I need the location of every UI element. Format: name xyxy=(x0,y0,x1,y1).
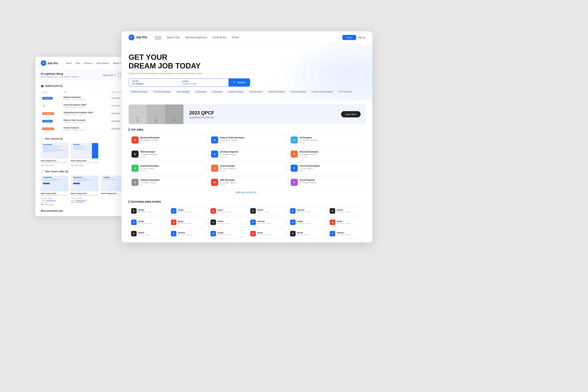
learn-more-button[interactable]: Learn More xyxy=(341,111,361,118)
user-info: Hi Lightman Wang lightman@gmail.com 0478… xyxy=(41,72,79,78)
employer-card[interactable]: D Deloitte China · Beijing xyxy=(208,217,246,227)
employer-card[interactable]: G Google Australia · Sydney xyxy=(168,206,206,216)
employer-card[interactable]: A Atlassian Australia · Sydney xyxy=(327,229,365,238)
cover-edit-2[interactable]: Edit xyxy=(75,202,78,203)
job-company: Baidu xyxy=(300,170,320,172)
job-info: ReactJS Developer Australia · Brisbane J… xyxy=(300,150,318,158)
tag-chip[interactable]: Web Developer xyxy=(247,90,265,94)
job-card[interactable]: A DevOpes Engineer Australia · Brisbane … xyxy=(208,148,286,160)
cover-view-2[interactable]: View xyxy=(71,202,74,203)
tag-chip[interactable]: DevOpes Engineer xyxy=(288,90,309,94)
job-logo: U xyxy=(291,136,298,144)
cover-delete-1[interactable]: Delete xyxy=(49,204,53,206)
tag-chip[interactable]: Software Developer xyxy=(128,90,150,94)
employer-card[interactable]: Q Qantas Australia · Sydney xyxy=(248,229,286,238)
nav-interview[interactable]: Interview Experience xyxy=(186,36,207,39)
job-card[interactable]: R ReactJS Developer Australia · Brisbane… xyxy=(288,148,365,160)
left-nav-products[interactable]: Products xyxy=(84,62,92,64)
job-card[interactable]: W Web Developer Australia · Sydney Qanta… xyxy=(208,176,286,188)
employer-card[interactable]: A Atlassian Australia · Sydney xyxy=(248,217,286,227)
more-jobs-link[interactable]: 3400 jobs on Job Pin → xyxy=(128,188,365,196)
cover-edit-1[interactable]: Edit xyxy=(45,204,48,206)
job-info: Ruby on Rails Developer Singapore · Sydn… xyxy=(220,136,244,144)
employer-info: Google Australia · Sydney xyxy=(218,232,232,236)
employer-card[interactable]: A Atlassian Australia · Sydney xyxy=(168,229,206,238)
tag-chip[interactable]: Front End Developer xyxy=(151,90,173,94)
resume-edit-2[interactable]: Edit xyxy=(75,164,78,166)
tag-chip[interactable]: Android Developer xyxy=(226,90,246,94)
job-title-cell[interactable]: Front-end Engineer 150K+ Australia · Bri… xyxy=(62,102,110,110)
employer-logo: G xyxy=(131,220,136,225)
job-title-cell[interactable]: Backend Developer Singapore · Punggol · … xyxy=(62,94,110,102)
employer-card[interactable]: A Atlassian Australia · Sydney xyxy=(288,206,326,216)
right-nav-right: Log in Sign up xyxy=(342,35,365,40)
login-button[interactable]: Log in xyxy=(342,35,356,40)
nav-events[interactable]: Events xyxy=(232,36,239,39)
employer-logo: D xyxy=(250,208,256,214)
employer-card[interactable]: D Deloitte China · Beijing xyxy=(288,229,326,238)
cover-view-1[interactable]: View xyxy=(41,204,44,206)
resume-delete-1[interactable]: Delete xyxy=(49,164,53,166)
hero-title: GET YOUR DREAM JOB TODAY xyxy=(128,53,365,70)
user-location: Brisbane xyxy=(72,76,79,78)
job-status: Downloaded xyxy=(41,125,62,133)
tag-chip[interactable]: Java Developer xyxy=(174,90,192,94)
employer-info: Qantas Australia · Sydney xyxy=(178,220,192,224)
job-card[interactable]: P Software Developer Australia · Sydney … xyxy=(128,176,206,188)
tag-chip[interactable]: PHP Developer xyxy=(337,90,354,94)
job-company: Deloitte xyxy=(140,156,158,158)
job-title: Android Developer xyxy=(140,165,159,167)
job-title-field: Job Title xyxy=(129,78,178,86)
job-card[interactable]: F Front End Developer China · Beijing Ba… xyxy=(288,162,365,174)
signup-button[interactable]: Sign up xyxy=(358,36,365,38)
cover-delete-2[interactable]: Delete xyxy=(79,202,83,203)
resume-edit-1[interactable]: Edit xyxy=(45,164,48,166)
employer-logo: A xyxy=(290,208,296,214)
employer-location: Australia · Sydney xyxy=(178,222,192,224)
job-card[interactable]: U UX Designer Australia · Melbourne Goog… xyxy=(288,134,365,146)
location-input[interactable] xyxy=(182,82,225,85)
job-card[interactable]: D Web Developer Australia · Brisbane Del… xyxy=(128,148,206,160)
job-card[interactable]: A Android Developer China · Beijing Byte… xyxy=(128,162,206,174)
employer-card[interactable]: D Deloitte Australia · Sydney xyxy=(327,206,365,216)
job-card[interactable]: G Ruby on Rails Developer Singapore · Sy… xyxy=(208,134,286,146)
employer-card[interactable]: G Google Australia · Sydney xyxy=(208,229,246,238)
employer-name: Atlassian xyxy=(297,209,311,211)
job-company: Google xyxy=(300,142,318,144)
left-nav-home[interactable]: Home xyxy=(66,62,72,64)
tag-chip[interactable]: UX Designer xyxy=(193,90,208,94)
job-card[interactable]: J Java Developer China · HangZhou Alibab… xyxy=(208,162,286,174)
job-location: China · Beijing xyxy=(140,168,159,170)
job-title-input[interactable] xyxy=(132,82,175,85)
employer-card[interactable]: D Deloitte Australia · Sydney xyxy=(128,206,167,216)
search-button[interactable]: 🔍 Search xyxy=(228,78,250,86)
job-status: Downloaded xyxy=(41,110,62,118)
employer-card[interactable]: D Deloitte China · Beijing xyxy=(248,206,286,216)
resume-view-2[interactable]: View xyxy=(71,164,74,166)
hero-title-line1: GET YOUR xyxy=(128,53,168,61)
resume-view-1[interactable]: View xyxy=(41,164,44,166)
resume-preview-2 xyxy=(71,143,98,158)
nav-for-business[interactable]: For Business xyxy=(213,36,226,39)
resume-delete-2[interactable]: Delete xyxy=(79,164,83,166)
nav-search-jobs[interactable]: Search Jobs xyxy=(167,36,180,39)
job-title: ReactJS Developer xyxy=(300,150,318,153)
job-card[interactable]: D Backend Developer Singapore · Punggol xyxy=(128,134,206,146)
tag-chip[interactable]: UI Designer xyxy=(210,90,224,94)
employer-card[interactable]: G Google Australia · Sydney xyxy=(128,217,167,227)
nav-home[interactable]: Home xyxy=(155,36,161,39)
employer-card[interactable]: Q Qantas Australia · Sydney xyxy=(168,217,206,227)
employer-card[interactable]: D Deloitte China · Beijing xyxy=(128,229,167,238)
employer-card[interactable]: G Google Australia · Sydney xyxy=(288,217,326,227)
job-title-cell[interactable]: Golang Back-end Engineer 150K+ Australia… xyxy=(62,110,110,118)
employer-card[interactable]: Q Qantas Australia · Sydney xyxy=(208,206,246,216)
job-card[interactable]: C Cloud Engineer Australia · Brisbane Fi… xyxy=(288,176,365,188)
tag-chip[interactable]: ReactJS Developer xyxy=(266,90,287,94)
job-title-cell[interactable]: Ruby on Rails Developer Singapore · Pung… xyxy=(62,118,110,125)
employer-card[interactable]: Q Qantas Australia · Sydney xyxy=(327,217,365,227)
tag-chip[interactable]: Ruby on Rails Developer xyxy=(310,90,335,94)
cover-actions-1: View Edit Delete xyxy=(41,204,68,206)
job-title-cell[interactable]: DevOps Engineer Singapore · Punggol · Fu… xyxy=(62,125,110,133)
left-nav-jobs[interactable]: Jobs xyxy=(76,62,80,64)
left-nav-hiring[interactable]: Hiring Advice xyxy=(96,62,109,64)
